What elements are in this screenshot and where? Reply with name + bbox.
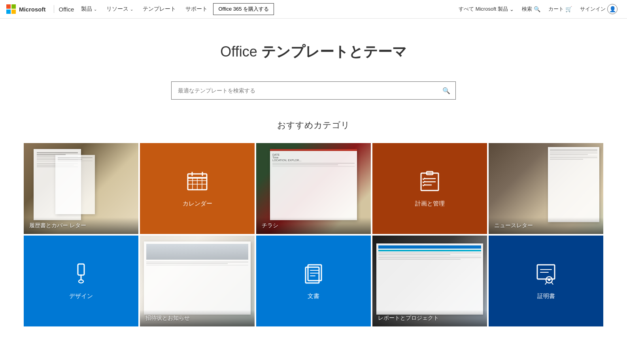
categories-title: おすすめカテゴリ: [24, 119, 603, 131]
buy-office-button[interactable]: Office 365 を購入する: [213, 3, 274, 15]
chevron-down-icon: ⌄: [130, 7, 133, 11]
nav-products[interactable]: 製品 ⌄: [77, 0, 101, 19]
report-label: レポートとプロジェクト: [378, 315, 439, 322]
cart-nav-item[interactable]: カート 🛒: [545, 0, 575, 19]
category-row-1: 履歴書とカバー レター: [24, 143, 603, 234]
category-newsletter[interactable]: ニュースレター: [489, 143, 603, 234]
certificate-label: 証明書: [537, 292, 555, 300]
category-documents[interactable]: 文書: [256, 236, 371, 326]
design-label: デザイン: [69, 292, 93, 300]
ms-logo-grid: [6, 4, 16, 14]
nav-resources[interactable]: リソース ⌄: [102, 0, 137, 19]
calendar-icon: [186, 170, 208, 195]
svg-point-26: [548, 279, 550, 281]
search-button[interactable]: 🔍: [437, 81, 455, 100]
search-input[interactable]: [172, 87, 437, 94]
nav-right: すべて Microsoft 製品 ⌄ 検索 🔍 カート 🛒 サインイン 👤: [455, 0, 621, 19]
cart-icon: 🛒: [565, 6, 572, 12]
nav-templates[interactable]: テンプレート: [139, 0, 180, 19]
search-container: 🔍: [0, 74, 627, 104]
page-title: Office テンプレートとテーマ: [8, 42, 619, 62]
office-label[interactable]: Office: [59, 6, 74, 13]
signin-nav-item[interactable]: サインイン 👤: [577, 0, 621, 19]
flyer-label: チラシ: [262, 222, 278, 229]
search-icon: 🔍: [442, 87, 450, 94]
hero-section: Office テンプレートとテーマ: [0, 19, 627, 74]
category-planning[interactable]: 計画と管理: [372, 143, 487, 234]
category-calendar[interactable]: カレンダー: [140, 143, 255, 234]
svg-line-27: [545, 282, 547, 285]
category-report[interactable]: レポートとプロジェクト: [372, 236, 487, 326]
search-box: 🔍: [171, 81, 456, 100]
avatar-icon: 👤: [607, 4, 618, 14]
microsoft-label: Microsoft: [19, 6, 46, 13]
svg-rect-14: [78, 264, 84, 275]
chevron-down-icon: ⌄: [510, 6, 514, 12]
svg-line-28: [551, 282, 553, 285]
invitation-label: 招待状とお知らせ: [145, 315, 190, 322]
search-icon: 🔍: [534, 6, 540, 12]
search-nav-item[interactable]: 検索 🔍: [519, 0, 544, 19]
all-products-link[interactable]: すべて Microsoft 製品 ⌄: [455, 0, 517, 19]
nav-links: 製品 ⌄ リソース ⌄ テンプレート サポート Office 365 を購入する: [77, 0, 274, 19]
documents-label: 文書: [308, 292, 319, 300]
navigation: Microsoft Office 製品 ⌄ リソース ⌄ テンプレート サポート…: [0, 0, 627, 19]
category-certificate[interactable]: 証明書: [489, 236, 603, 326]
clipboard-icon: [419, 170, 440, 195]
chevron-down-icon: ⌄: [94, 7, 97, 11]
calendar-label: カレンダー: [183, 200, 212, 207]
planning-label: 計画と管理: [415, 200, 445, 207]
category-row-2: デザイン 招待状とお知らせ: [24, 236, 603, 326]
svg-point-16: [79, 280, 83, 283]
category-flyer[interactable]: DATETimeLOCATION, EXPLOR... チラシ: [256, 143, 371, 234]
category-invitation[interactable]: 招待状とお知らせ: [140, 236, 255, 326]
category-resume[interactable]: 履歴書とカバー レター: [24, 143, 138, 234]
category-design[interactable]: デザイン: [24, 236, 138, 326]
documents-icon: [303, 262, 324, 288]
certificate-icon: [536, 262, 556, 288]
resume-label: 履歴書とカバー レター: [29, 222, 86, 229]
nav-divider: [54, 5, 54, 13]
nav-support[interactable]: サポート: [181, 0, 212, 19]
microsoft-logo[interactable]: Microsoft: [6, 4, 46, 14]
newsletter-label: ニュースレター: [494, 222, 533, 229]
categories-section: おすすめカテゴリ 履歴書とカバー レター: [0, 104, 627, 334]
paintbrush-icon: [72, 262, 91, 288]
